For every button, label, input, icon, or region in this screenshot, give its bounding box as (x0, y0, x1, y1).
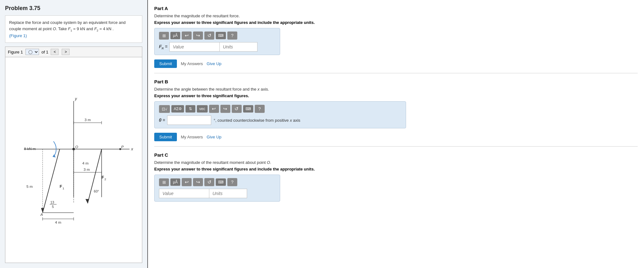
part-c-instruction: Determine the magnitude of the resultant… (154, 160, 638, 165)
svg-text:P: P (121, 145, 124, 149)
toolbar-b-arrows-button[interactable]: ⇅ (185, 105, 195, 113)
problem-description: Replace the force and couple system by a… (5, 15, 142, 43)
part-a-value-input[interactable] (169, 42, 220, 52)
part-a-section: Part A Determine the magnitude of the re… (154, 0, 638, 73)
toolbar-undo-button[interactable]: ↩ (182, 31, 192, 40)
toolbar-b-matrix-button[interactable]: ⊡√ (159, 105, 170, 113)
svg-text:O: O (75, 145, 78, 149)
part-c-input-row (159, 189, 275, 198)
left-panel: Problem 3.75 Replace the force and coupl… (0, 0, 148, 268)
svg-text:y: y (75, 96, 77, 101)
svg-text:2: 2 (105, 177, 106, 181)
figure-of: of 1 (42, 50, 48, 54)
figure-label: Figure 1 (8, 50, 23, 54)
toolbar-c-grid-button[interactable]: ⊞ (159, 178, 169, 186)
part-b-my-answers: My Answers (181, 135, 203, 139)
part-a-input-row: FR = (159, 42, 275, 52)
figure-link[interactable]: (Figure 1) (9, 33, 27, 38)
part-a-instruction: Determine the magnitude of the resultant… (154, 14, 638, 18)
toolbar-b-keyboard-button[interactable]: ⌨ (243, 105, 253, 113)
figure-header: Figure 1 ◯ of 1 < > (5, 47, 142, 57)
part-b-input-row: θ = °, counted counterclockwise from pos… (159, 115, 401, 125)
part-a-answer-box: ⊞ μÅ ↩ ↪ ↺ ⌨ ? FR = (154, 28, 280, 55)
svg-text:8 kN·m: 8 kN·m (24, 147, 36, 151)
problem-title: Problem 3.75 (5, 5, 142, 12)
part-c-toolbar: ⊞ μÅ ↩ ↪ ↺ ⌨ ? (159, 178, 275, 186)
svg-line-32 (88, 149, 101, 204)
toolbar-b-reset-button[interactable]: ↺ (232, 105, 242, 113)
figure-next-button[interactable]: > (62, 49, 70, 55)
part-b-title: Part B (154, 79, 638, 84)
part-c-bold: Express your answer to three significant… (154, 167, 638, 171)
svg-text:F: F (60, 184, 62, 189)
svg-text:A: A (40, 212, 43, 217)
part-b-actions: Submit My Answers Give Up (154, 133, 638, 141)
part-a-actions: Submit My Answers Give Up (154, 59, 638, 68)
part-b-angle-suffix: °, counted counterclockwise from positiv… (214, 118, 300, 123)
part-c-section: Part C Determine the magnitude of the re… (154, 147, 638, 210)
figure-svg: x y O P A 3 m (5, 57, 142, 263)
toolbar-redo-button[interactable]: ↪ (193, 31, 203, 40)
toolbar-c-undo-button[interactable]: ↩ (182, 178, 192, 186)
toolbar-c-redo-button[interactable]: ↪ (193, 178, 203, 186)
toolbar-c-keyboard-button[interactable]: ⌨ (216, 178, 226, 186)
toolbar-b-help-button[interactable]: ? (255, 105, 265, 113)
figure-container: Figure 1 ◯ of 1 < > x y O (5, 47, 142, 263)
figure-prev-button[interactable]: < (51, 49, 59, 55)
toolbar-b-vec-button[interactable]: vec (197, 105, 208, 113)
part-b-bold: Express your answer to three significant… (154, 93, 638, 98)
description-text: Replace the force and couple system by a… (9, 20, 126, 31)
part-b-answer-box: ⊡√ ΑΣΦ ⇅ vec ↩ ↪ ↺ ⌨ ? θ = °, counted co… (154, 101, 406, 128)
svg-text:13: 13 (50, 200, 54, 204)
part-a-title: Part A (154, 6, 638, 11)
part-c-units-input[interactable] (209, 189, 247, 198)
part-a-toolbar: ⊞ μÅ ↩ ↪ ↺ ⌨ ? (159, 31, 275, 40)
svg-marker-33 (85, 199, 89, 204)
part-b-toolbar: ⊡√ ΑΣΦ ⇅ vec ↩ ↪ ↺ ⌨ ? (159, 105, 401, 113)
svg-text:x: x (131, 147, 133, 151)
svg-marker-23 (53, 154, 56, 158)
toolbar-keyboard-button[interactable]: ⌨ (216, 32, 226, 39)
svg-text:F: F (102, 175, 104, 180)
svg-text:3 m: 3 m (85, 118, 91, 122)
svg-text:4 m: 4 m (82, 161, 89, 165)
part-a-submit-button[interactable]: Submit (154, 59, 177, 68)
part-c-value-input[interactable] (159, 189, 209, 198)
right-panel: Part A Determine the magnitude of the re… (148, 0, 644, 268)
part-a-my-answers: My Answers (181, 61, 203, 66)
part-b-label: θ = (159, 118, 165, 123)
figure-body: x y O P A 3 m (5, 57, 142, 263)
toolbar-b-alpha-button[interactable]: ΑΣΦ (171, 105, 184, 113)
toolbar-grid-button[interactable]: ⊞ (159, 32, 169, 40)
part-a-label: FR = (159, 44, 167, 50)
part-c-answer-box: ⊞ μÅ ↩ ↪ ↺ ⌨ ? (154, 175, 280, 202)
svg-text:3 m: 3 m (84, 167, 90, 172)
part-a-units-input[interactable] (220, 42, 257, 52)
toolbar-c-reset-button[interactable]: ↺ (204, 178, 214, 186)
toolbar-help-button[interactable]: ? (227, 31, 237, 40)
part-b-submit-button[interactable]: Submit (154, 133, 177, 141)
part-c-title: Part C (154, 152, 638, 158)
part-b-section: Part B Determine the angle between the r… (154, 73, 638, 147)
svg-text:5: 5 (52, 205, 54, 209)
toolbar-b-undo-button[interactable]: ↩ (209, 105, 219, 113)
figure-select[interactable]: ◯ (25, 49, 39, 55)
toolbar-c-mu-button[interactable]: μÅ (170, 178, 180, 186)
toolbar-b-redo-button[interactable]: ↪ (220, 105, 230, 113)
part-b-angle-input[interactable] (167, 115, 211, 125)
part-a-give-up-link[interactable]: Give Up (207, 61, 222, 66)
part-b-instruction: Determine the angle between the resultan… (154, 87, 638, 92)
toolbar-reset-button[interactable]: ↺ (204, 31, 214, 40)
part-a-bold: Express your answer to three significant… (154, 20, 638, 25)
svg-text:60°: 60° (94, 189, 99, 193)
svg-text:5 m: 5 m (26, 184, 33, 189)
svg-text:1: 1 (62, 187, 64, 190)
part-b-give-up-link[interactable]: Give Up (207, 135, 222, 139)
svg-text:4 m: 4 m (55, 220, 61, 225)
toolbar-mu-button[interactable]: μÅ (170, 32, 180, 39)
toolbar-c-help-button[interactable]: ? (227, 178, 237, 186)
